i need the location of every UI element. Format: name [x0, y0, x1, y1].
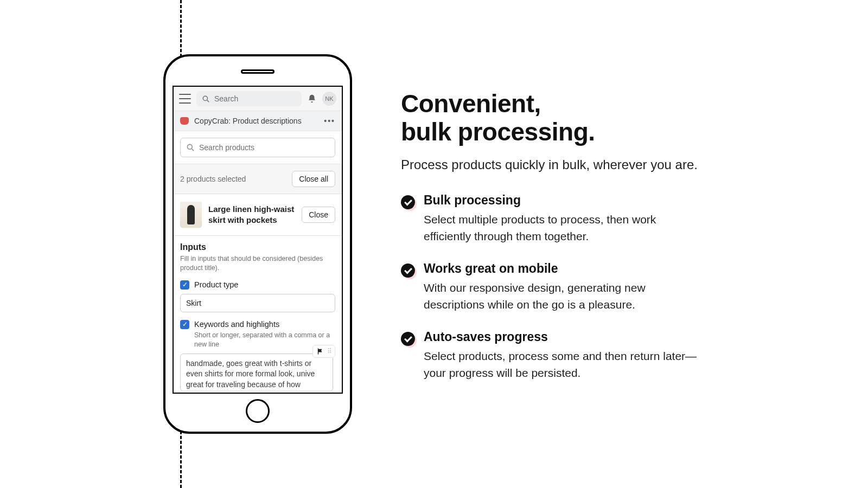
menu-icon[interactable]: [179, 94, 191, 104]
global-search-placeholder: Search: [214, 94, 238, 103]
search-products-placeholder: Search products: [199, 143, 254, 152]
feature-title: Auto-saves progress: [424, 330, 705, 344]
feature-bulk: Bulk processing Select multiple products…: [401, 193, 705, 245]
app-bar: CopyCrab: Product descriptions •••: [174, 111, 342, 131]
check-icon: [401, 264, 415, 278]
keywords-field: ✓ Keywords and highlights Short or longe…: [180, 320, 335, 391]
product-type-label: Product type: [194, 280, 238, 289]
feature-body: With our responsive design, generating n…: [424, 279, 705, 313]
check-icon: [401, 332, 415, 346]
search-icon: [186, 143, 195, 152]
inputs-section: Inputs Fill in inputs that should be con…: [174, 236, 342, 393]
check-icon: [401, 195, 415, 209]
app-title: CopyCrab: Product descriptions: [194, 117, 302, 125]
svg-line-3: [192, 149, 194, 151]
topbar: Search NK: [174, 87, 342, 111]
product-thumbnail: [180, 202, 202, 228]
grip-icon: ⠿: [327, 348, 331, 355]
feature-body: Select multiple products to process, the…: [424, 211, 705, 245]
headline-line2: bulk processing.: [401, 118, 595, 146]
phone-mockup: Search NK CopyCrab: Product descriptions…: [163, 54, 352, 434]
flag-icon: [316, 348, 324, 355]
keywords-checkbox[interactable]: ✓: [180, 320, 189, 329]
drag-handle[interactable]: ⠿: [312, 345, 335, 358]
avatar[interactable]: NK: [322, 92, 336, 106]
product-type-field: ✓ Product type: [180, 280, 335, 312]
app-screen: Search NK CopyCrab: Product descriptions…: [173, 86, 343, 394]
headline-line1: Convenient,: [401, 89, 541, 118]
more-icon[interactable]: •••: [324, 117, 335, 125]
inputs-hint: Fill in inputs that should be considered…: [180, 254, 335, 273]
close-all-button[interactable]: Close all: [292, 171, 335, 187]
search-products-input[interactable]: Search products: [180, 138, 335, 157]
product-type-checkbox[interactable]: ✓: [180, 280, 189, 290]
phone-home-button: [246, 399, 270, 423]
phone-speaker: [241, 69, 275, 74]
global-search-input[interactable]: Search: [196, 91, 302, 106]
feature-title: Bulk processing: [424, 193, 705, 208]
product-type-input[interactable]: [180, 294, 335, 312]
selection-bar: 2 products selected Close all: [174, 164, 342, 194]
app-logo-icon: [180, 117, 189, 125]
svg-point-0: [203, 96, 207, 100]
svg-line-1: [207, 100, 209, 102]
headline: Convenient, bulk processing.: [401, 90, 705, 146]
product-row: Large linen high-waist skirt with pocket…: [174, 194, 342, 236]
inputs-heading: Inputs: [180, 242, 335, 252]
product-title: Large linen high-waist skirt with pocket…: [208, 204, 295, 226]
feature-body: Select products, process some and then r…: [424, 348, 705, 382]
close-button[interactable]: Close: [302, 207, 335, 223]
keywords-label: Keywords and highlights: [194, 320, 279, 329]
feature-mobile: Works great on mobile With our responsiv…: [401, 261, 705, 313]
feature-autosave: Auto-saves progress Select products, pro…: [401, 330, 705, 382]
feature-title: Works great on mobile: [424, 261, 705, 276]
lead-text: Process products quickly in bulk, wherev…: [401, 156, 705, 175]
svg-point-2: [187, 144, 192, 149]
keywords-textarea[interactable]: handmade, goes great with t-shirts or ev…: [180, 354, 333, 391]
selected-count: 2 products selected: [180, 175, 246, 183]
search-icon: [202, 95, 210, 103]
notifications-icon[interactable]: [307, 94, 317, 104]
marketing-copy: Convenient, bulk processing. Process pro…: [401, 90, 705, 398]
search-products-panel: Search products: [174, 131, 342, 164]
